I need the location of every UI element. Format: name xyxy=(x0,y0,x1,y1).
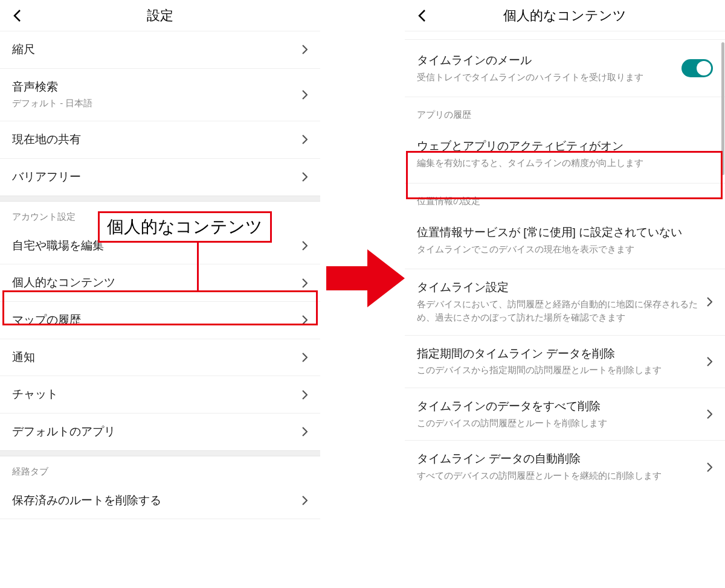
row-title: 縮尺 xyxy=(12,42,296,57)
chevron-left-icon xyxy=(13,9,21,22)
page-title: 設定 xyxy=(0,7,320,25)
chevron-right-icon xyxy=(301,314,308,326)
row-title: 音声検索 xyxy=(12,80,296,95)
section-gap xyxy=(0,196,320,202)
chevron-right-icon xyxy=(301,240,308,252)
row-location-service[interactable]: 位置情報サービスが [常に使用] に設定されていない タイムラインでこのデバイス… xyxy=(405,212,725,269)
scrollbar[interactable] xyxy=(721,42,724,175)
section-header-account: アカウント設定 xyxy=(0,202,320,228)
chevron-right-icon xyxy=(301,43,308,56)
row-share-location[interactable]: 現在地の共有 xyxy=(0,121,320,159)
svg-marker-0 xyxy=(326,249,405,307)
row-subtitle: 編集を有効にすると、タイムラインの精度が向上します xyxy=(417,156,713,170)
arrow-right-icon xyxy=(326,249,405,307)
chevron-right-icon xyxy=(301,494,308,507)
chevron-left-icon xyxy=(417,9,426,22)
row-title: マップの履歴 xyxy=(12,313,296,328)
row-timeline-mail[interactable]: タイムラインのメール 受信トレイでタイムラインのハイライトを受け取ります xyxy=(405,40,725,97)
row-title: 通知 xyxy=(12,350,296,365)
row-delete-saved-routes[interactable]: 保存済みのルートを削除する xyxy=(0,482,320,520)
row-title: タイムラインのメール xyxy=(417,53,682,68)
row-title: タイムライン データの自動削除 xyxy=(417,452,701,467)
chevron-right-icon xyxy=(706,408,713,420)
section-header-location: 位置情報の設定 xyxy=(405,184,725,212)
row-title: 保存済みのルートを削除する xyxy=(12,493,296,508)
back-button[interactable] xyxy=(413,7,430,24)
row-scale[interactable]: 縮尺 xyxy=(0,31,320,69)
row-voice-search[interactable]: 音声検索 デフォルト - 日本語 xyxy=(0,69,320,121)
row-chat[interactable]: チャット xyxy=(0,376,320,414)
row-personal-content[interactable]: 個人的なコンテンツ xyxy=(0,264,320,302)
personal-content-screen: 個人的なコンテンツ タイムラインのメール 受信トレイでタイムラインのハイライトを… xyxy=(405,0,725,588)
row-maps-history[interactable]: マップの履歴 xyxy=(0,302,320,339)
chevron-right-icon xyxy=(706,296,713,308)
row-subtitle: このデバイスから指定期間の訪問履歴とルートを削除します xyxy=(417,363,701,377)
settings-list: 縮尺 音声検索 デフォルト - 日本語 現在地の共有 バリアフリー アカウント設… xyxy=(0,31,320,519)
chevron-right-icon xyxy=(301,389,308,401)
row-title: 指定期間のタイムライン データを削除 xyxy=(417,347,701,362)
section-header-route: 経路タブ xyxy=(0,456,320,482)
back-button[interactable] xyxy=(8,7,25,24)
top-stub xyxy=(405,31,725,40)
settings-screen: 設定 縮尺 音声検索 デフォルト - 日本語 現在地の共有 バリアフリー アカウ… xyxy=(0,0,320,588)
row-subtitle: デフォルト - 日本語 xyxy=(12,97,296,110)
row-web-app-activity[interactable]: ウェブとアプリのアクティビティがオン 編集を有効にすると、タイムラインの精度が向… xyxy=(405,126,725,183)
row-timeline-settings[interactable]: タイムライン設定 各デバイスにおいて、訪問履歴と経路が自動的に地図に保存されるた… xyxy=(405,269,725,335)
row-title: ウェブとアプリのアクティビティがオン xyxy=(417,139,713,154)
row-subtitle: タイムラインでこのデバイスの現在地を表示できます xyxy=(417,243,713,256)
chevron-right-icon xyxy=(706,461,713,473)
row-subtitle: 受信トレイでタイムラインのハイライトを受け取ります xyxy=(417,71,682,84)
row-default-app[interactable]: デフォルトのアプリ xyxy=(0,414,320,450)
row-subtitle: 各デバイスにおいて、訪問履歴と経路が自動的に地図に保存されるため、過去にさかのぼ… xyxy=(417,298,701,324)
section-gap xyxy=(0,450,320,456)
chevron-right-icon xyxy=(301,277,308,289)
chevron-right-icon xyxy=(301,426,308,438)
toggle-on[interactable] xyxy=(682,59,713,77)
row-edit-home-work[interactable]: 自宅や職場を編集 xyxy=(0,228,320,265)
row-title: バリアフリー xyxy=(12,170,296,185)
row-title: デフォルトのアプリ xyxy=(12,424,296,439)
row-title: タイムラインのデータをすべて削除 xyxy=(417,399,701,414)
row-delete-range[interactable]: 指定期間のタイムライン データを削除 このデバイスから指定期間の訪問履歴とルート… xyxy=(405,336,725,388)
row-title: 個人的なコンテンツ xyxy=(12,275,296,290)
page-title: 個人的なコンテンツ xyxy=(405,7,725,25)
row-auto-delete[interactable]: タイムライン データの自動削除 すべてのデバイスの訪問履歴とルートを継続的に削除… xyxy=(405,441,725,493)
chevron-right-icon xyxy=(301,171,308,183)
chevron-right-icon xyxy=(706,356,713,368)
row-accessibility[interactable]: バリアフリー xyxy=(0,159,320,196)
header: 設定 xyxy=(0,0,320,31)
chevron-right-icon xyxy=(301,133,308,145)
row-title: チャット xyxy=(12,387,296,402)
row-title: 自宅や職場を編集 xyxy=(12,238,296,254)
chevron-right-icon xyxy=(301,351,308,363)
row-title: タイムライン設定 xyxy=(417,280,701,295)
row-notifications[interactable]: 通知 xyxy=(0,339,320,377)
row-delete-all[interactable]: タイムラインのデータをすべて削除 このデバイスの訪問履歴とルートを削除します xyxy=(405,388,725,441)
header: 個人的なコンテンツ xyxy=(405,0,725,31)
row-title: 位置情報サービスが [常に使用] に設定されていない xyxy=(417,225,713,240)
row-title: 現在地の共有 xyxy=(12,132,296,147)
row-subtitle: すべてのデバイスの訪問履歴とルートを継続的に削除します xyxy=(417,469,701,482)
row-subtitle: このデバイスの訪問履歴とルートを削除します xyxy=(417,417,701,430)
chevron-right-icon xyxy=(301,89,308,101)
section-header-app-history: アプリの履歴 xyxy=(405,97,725,126)
